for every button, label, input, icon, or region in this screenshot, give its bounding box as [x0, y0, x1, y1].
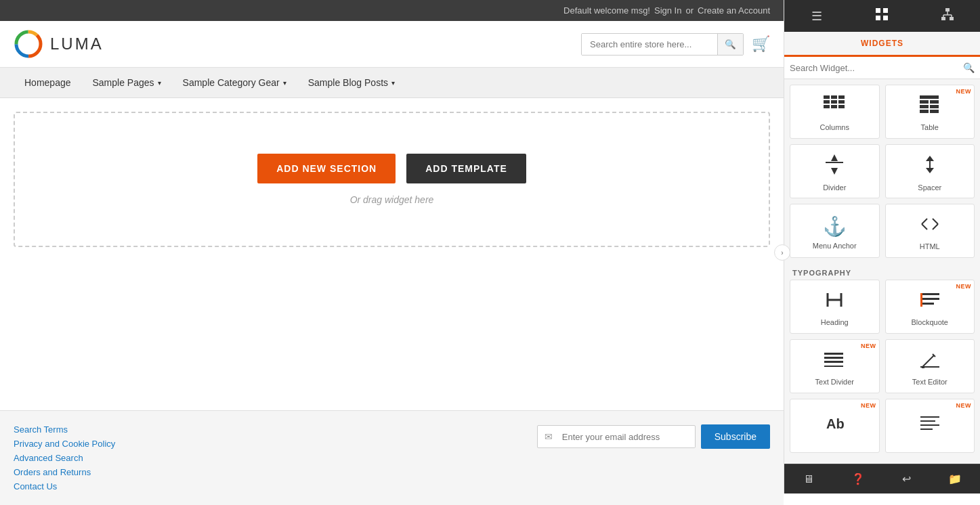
hamburger-menu-button[interactable]: ☰	[805, 5, 829, 26]
svg-marker-36	[926, 168, 934, 173]
widget-text-divider[interactable]: NEW Text Divider	[790, 339, 880, 393]
cart-icon[interactable]: 🛒	[752, 35, 770, 53]
drop-zone: ADD NEW SECTION ADD TEMPLATE Or drag wid…	[14, 112, 770, 247]
search-input[interactable]	[582, 34, 717, 55]
svg-rect-17	[838, 95, 845, 99]
divider-icon	[824, 154, 845, 179]
nav-label-blog-posts: Sample Blog Posts	[308, 77, 388, 88]
svg-rect-45	[920, 298, 939, 300]
footer-link-contact-us[interactable]: Contact Us	[14, 481, 115, 491]
logo-area: LUMA	[14, 29, 104, 59]
widget-row-3: ⚓ Menu Anchor HTML	[790, 204, 975, 258]
widget-menu-anchor[interactable]: ⚓ Menu Anchor	[790, 204, 880, 258]
svg-rect-29	[920, 110, 929, 113]
svg-rect-20	[838, 100, 845, 104]
svg-marker-34	[926, 156, 934, 161]
subscribe-button[interactable]: Subscribe	[701, 424, 770, 449]
widget-columns[interactable]: Columns	[790, 85, 880, 139]
svg-rect-8	[945, 8, 950, 12]
anchor-icon: ⚓	[823, 215, 847, 238]
svg-rect-48	[824, 353, 843, 355]
text-editor-label: Text Editor	[912, 378, 947, 386]
nav-item-homepage[interactable]: Homepage	[14, 68, 82, 97]
hierarchy-button[interactable]	[935, 5, 960, 26]
add-new-section-button[interactable]: ADD NEW SECTION	[257, 154, 396, 183]
svg-rect-23	[838, 105, 845, 108]
folder-button[interactable]: 📁	[941, 470, 968, 488]
sidebar-collapse-button[interactable]: ›	[774, 244, 790, 261]
nav-label-sample-pages: Sample Pages	[93, 77, 154, 88]
svg-line-40	[933, 224, 938, 229]
footer-link-search-terms[interactable]: Search Terms	[14, 424, 115, 435]
main-area: Default welcome msg! Sign In or Create a…	[0, 0, 784, 505]
widget-text-editor[interactable]: Text Editor	[885, 339, 975, 393]
blockquote-badge-new: NEW	[956, 283, 972, 290]
svg-rect-55	[920, 366, 939, 368]
svg-rect-21	[824, 105, 830, 108]
history-button[interactable]: ↩	[895, 470, 918, 488]
help-button[interactable]: ❓	[845, 470, 872, 488]
svg-marker-32	[831, 154, 838, 161]
svg-rect-10	[950, 17, 954, 20]
text-divider-icon	[824, 350, 845, 374]
site-header: LUMA 🔍 🛒	[0, 21, 784, 68]
svg-rect-25	[920, 100, 929, 104]
svg-rect-28	[930, 105, 939, 108]
grid-view-button[interactable]	[869, 5, 895, 26]
sidebar-wrapper: ☰ WIDGETS	[784, 0, 980, 505]
or-text: or	[685, 5, 694, 16]
sidebar-tabs: WIDGETS	[784, 32, 980, 57]
add-template-button[interactable]: ADD TEMPLATE	[406, 154, 526, 183]
widgets-tab[interactable]: WIDGETS	[784, 32, 980, 55]
widget-table[interactable]: NEW Table	[885, 85, 975, 139]
widget-row-6: NEW Ab NEW	[790, 399, 975, 453]
widget-divider[interactable]: Divider	[790, 144, 880, 198]
columns-label: Columns	[820, 123, 849, 131]
footer-link-privacy[interactable]: Privacy and Cookie Policy	[14, 439, 115, 449]
svg-rect-59	[920, 424, 939, 426]
nav-item-blog-posts[interactable]: Sample Blog Posts ▾	[297, 68, 406, 97]
logo-icon	[14, 29, 43, 59]
widget-blockquote[interactable]: NEW Blockquote	[885, 280, 975, 334]
html-icon	[920, 215, 939, 238]
table-icon	[920, 95, 940, 119]
footer-link-orders-returns[interactable]: Orders and Returns	[14, 467, 115, 477]
widget-row-5: NEW Text Divider	[790, 339, 975, 393]
svg-rect-50	[824, 361, 843, 363]
svg-rect-22	[831, 105, 837, 108]
nav-item-category-gear[interactable]: Sample Category Gear ▾	[172, 68, 297, 97]
create-account-link[interactable]: Create an Account	[698, 5, 770, 16]
extra-b-icon	[920, 414, 939, 437]
svg-rect-7	[883, 16, 888, 20]
email-icon: ✉	[538, 426, 559, 447]
search-button[interactable]: 🔍	[717, 34, 743, 55]
svg-line-38	[922, 224, 927, 229]
newsletter-email-input[interactable]	[559, 426, 695, 447]
extra-a-badge-new: NEW	[861, 402, 876, 409]
widget-extra-b[interactable]: NEW	[885, 399, 975, 453]
svg-rect-19	[831, 100, 837, 104]
extra-b-badge-new: NEW	[956, 402, 972, 409]
sidebar-toolbar: ☰	[784, 0, 980, 32]
widget-row-2: Divider Spacer	[790, 144, 975, 198]
footer-link-advanced-search[interactable]: Advanced Search	[14, 453, 115, 463]
monitor-button[interactable]: 🖥	[796, 470, 821, 488]
widget-search-icon: 🔍	[963, 62, 975, 73]
widget-html[interactable]: HTML	[885, 204, 975, 258]
widget-spacer[interactable]: Spacer	[885, 144, 975, 198]
svg-rect-4	[876, 8, 880, 13]
nav-item-sample-pages[interactable]: Sample Pages ▾	[82, 68, 172, 97]
svg-rect-26	[930, 100, 939, 104]
svg-rect-15	[824, 95, 830, 99]
svg-rect-44	[920, 293, 939, 295]
sign-in-link[interactable]: Sign In	[654, 5, 681, 16]
widget-heading[interactable]: Heading	[790, 280, 880, 334]
nav-label-homepage: Homepage	[24, 77, 71, 88]
site-footer: Search Terms Privacy and Cookie Policy A…	[0, 410, 784, 505]
text-divider-label: Text Divider	[815, 378, 854, 386]
text-divider-badge-new: NEW	[861, 343, 876, 349]
widget-extra-a[interactable]: NEW Ab	[790, 399, 880, 453]
columns-icon	[824, 95, 845, 119]
top-bar: Default welcome msg! Sign In or Create a…	[0, 0, 784, 21]
widget-search-input[interactable]	[790, 63, 963, 73]
